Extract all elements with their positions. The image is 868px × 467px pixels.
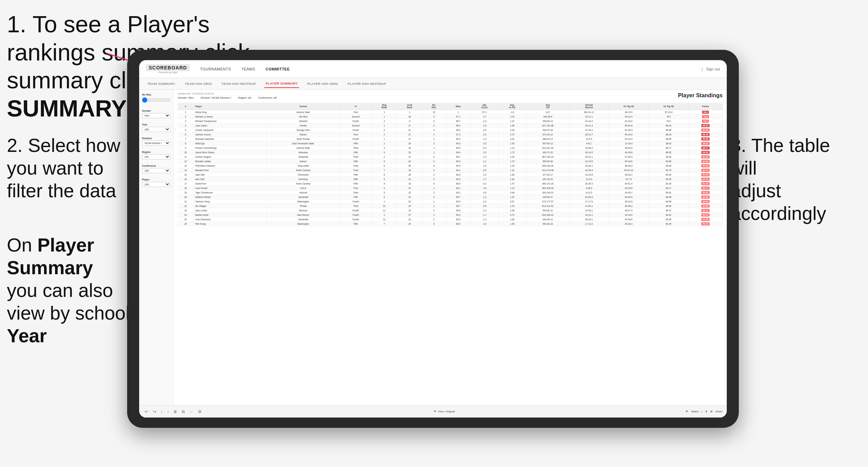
cell-rds: 2 xyxy=(422,128,446,132)
cell-rank: 13 xyxy=(178,164,194,168)
main-content: No Rds. Gender Men Women Year (All) xyxy=(139,90,727,405)
table-row: 25 Cole Sherwood Vanderbilt Fourth 12 23… xyxy=(178,217,723,222)
cell-rank: 15 xyxy=(178,173,194,177)
cell-points: 80.17 xyxy=(689,186,723,190)
table-row: 13 Phichaikun Maichon Texas A&M Third 6 … xyxy=(178,164,723,168)
cell-avg-sg: 698-54-13 xyxy=(526,137,569,141)
cell-top50: 80.45 xyxy=(648,222,688,226)
sign-out-link[interactable]: Sign out xyxy=(706,67,720,71)
col-sg: Avg.to Par xyxy=(498,103,526,110)
nav-tournaments[interactable]: TOURNAMENTS xyxy=(200,66,231,73)
player-label: Player xyxy=(142,178,170,181)
cell-record: 25-22-1 xyxy=(569,155,609,159)
no-rds-slider[interactable] xyxy=(142,97,170,103)
cell-top25: 38-46-4 xyxy=(609,164,648,168)
cell-points: 80.69 xyxy=(689,204,723,208)
cell-adj: -1.0 xyxy=(471,164,498,168)
main-nav: TOURNAMENTS TEAMS COMMITTEE xyxy=(200,66,691,73)
conference-select[interactable]: (All) xyxy=(142,168,170,173)
cell-wins: 67.3 xyxy=(446,132,471,137)
cell-player: Mats Ege xyxy=(194,141,267,146)
cell-points: 80.96 xyxy=(689,159,723,164)
cell-player: Cole Sherwood xyxy=(194,217,267,222)
cell-avg-sg: 514-111-52 xyxy=(526,204,569,208)
cell-adj: -2.0 xyxy=(471,132,498,137)
table-row: 23 Jack Lundin Missouri Fourth 11 24 0 6… xyxy=(178,208,723,213)
cell-school: Tennessee xyxy=(267,173,340,177)
nav-separator: | xyxy=(702,67,703,71)
gender-select[interactable]: Men Women xyxy=(142,113,170,118)
watch-label[interactable]: Watch xyxy=(691,410,699,413)
copy-btn[interactable]: ⧉ xyxy=(180,409,186,415)
cell-conf-rank: 23 xyxy=(397,168,422,173)
cell-rank: 3 xyxy=(178,119,194,123)
cell-sg: 2.72 xyxy=(498,132,526,137)
layout-icon[interactable]: ⊞ xyxy=(710,410,713,413)
back-btn[interactable]: ‹ xyxy=(160,409,164,415)
no-rds-filter: No Rds. xyxy=(142,93,170,104)
player-select[interactable]: (All) xyxy=(142,182,170,187)
subnav-player-h2h-grid[interactable]: PLAYER H2H GRID xyxy=(306,80,339,88)
col-rds: No.Rds. xyxy=(422,103,446,110)
region-select[interactable]: N/A All xyxy=(142,154,170,159)
cell-adj: 67.1 xyxy=(471,110,498,114)
cell-avg-sg: 412-221-24 xyxy=(526,146,569,150)
cell-adj: -2.3 xyxy=(471,208,498,213)
cell-school: New Mexico xyxy=(267,213,340,217)
subnav-player-summary[interactable]: PLAYER SUMMARY xyxy=(264,79,299,88)
step4-end: you can also view by school xyxy=(7,280,130,324)
subnav-team-h2h-grid[interactable]: TEAM H2H GRID xyxy=(183,80,213,88)
cell-player: Luke Claton xyxy=(194,123,267,128)
forward-btn[interactable]: › xyxy=(166,409,170,415)
cell-adj: -0.5 xyxy=(471,146,498,150)
cell-top25: 24-10-4 xyxy=(609,137,648,141)
cell-adj: -2.3 xyxy=(471,137,498,141)
cell-top50: 80.98 xyxy=(648,199,688,204)
cell-conf-rank: 28 xyxy=(397,173,422,177)
cell-school: Florida xyxy=(267,123,340,128)
cell-top25: 12-16-3 xyxy=(609,141,648,146)
settings-btn[interactable]: ⚙ xyxy=(197,409,203,415)
cell-wins: 1 xyxy=(446,110,471,114)
undo-btn[interactable]: ↩ xyxy=(143,409,149,415)
cell-top25: 26-32-2 xyxy=(609,173,648,177)
zoom-btn[interactable]: ⊕ xyxy=(172,409,178,415)
region-filter: Region N/A All xyxy=(142,151,170,159)
cell-adj: -1.6 xyxy=(471,222,498,226)
cell-rds: 1 xyxy=(422,199,446,204)
share-label[interactable]: Share xyxy=(715,410,723,413)
division-select[interactable]: NCAA Division I NCAA Division II NCAA Di… xyxy=(142,141,170,146)
cell-school: Georgia Tech xyxy=(267,128,340,132)
subnav-team-h2h-heatmap[interactable]: TEAM H2H HEATMAP xyxy=(220,80,257,88)
table-title: Player Standings xyxy=(678,92,723,99)
cell-adj: -1.7 xyxy=(471,213,498,217)
cell-school: Missouri xyxy=(267,208,340,213)
redo-btn[interactable]: ↪ xyxy=(152,409,158,415)
view-label[interactable]: View: Original xyxy=(438,410,455,413)
nav-committee[interactable]: COMMITTEE xyxy=(266,66,290,73)
cell-yr: Fifth xyxy=(340,181,371,186)
cell-top50: 86.77 xyxy=(648,146,688,150)
cell-top25: 20-25-0 xyxy=(609,186,648,190)
cell-avg-sg: 377-82-17 xyxy=(526,173,569,177)
table-row: 9 Preston Summerhays Arizona State Third… xyxy=(178,146,723,150)
cell-wins: 68.5 xyxy=(446,173,471,177)
cell-conf-rank: 23 xyxy=(397,195,422,199)
cell-rank: 8 xyxy=(178,141,194,146)
cell-rank: 4 xyxy=(178,123,194,128)
year-select[interactable]: (All) First Second Third Fourth Fifth xyxy=(142,127,170,132)
cell-points: 88.2 xyxy=(689,110,723,114)
cell-points: 78.2 xyxy=(689,119,723,123)
cell-points: 88.92 xyxy=(689,150,723,155)
cell-player: Christo Lamprecht xyxy=(194,128,267,132)
cell-top50: 80.27 xyxy=(648,208,688,213)
more-btn[interactable]: ··· xyxy=(188,409,194,415)
table-row: 12 Brendan Valdes Auburn Fifth 5 40 0 68… xyxy=(178,159,723,164)
cell-sg: -3.2 xyxy=(498,110,526,114)
logo-area: SCOREBOARD Powered by clippi xyxy=(146,64,190,74)
nav-teams[interactable]: TEAMS xyxy=(241,66,255,73)
download-icon[interactable]: ⬇ xyxy=(705,410,708,413)
subnav-player-h2h-heatmap[interactable]: PLAYER H2H HEATMAP xyxy=(346,80,388,88)
cell-rds: 0 xyxy=(422,222,446,226)
subnav-team-summary[interactable]: TEAM SUMMARY xyxy=(146,80,177,88)
